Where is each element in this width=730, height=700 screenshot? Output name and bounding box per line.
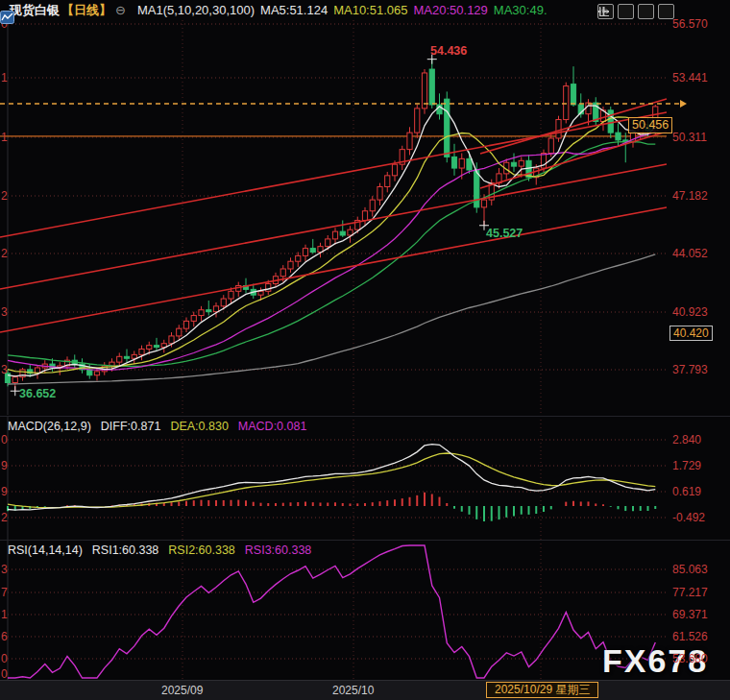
ma30-value: MA30:49. <box>494 3 548 17</box>
ma10-value: MA10:51.065 <box>333 3 407 17</box>
current-date-label: 2025/10/29 星期三 <box>486 682 598 698</box>
month-label: 2025/09 <box>161 684 203 697</box>
price-axis-label: 44.052 <box>672 247 708 260</box>
svg-text:54.436: 54.436 <box>430 44 467 58</box>
price-axis-label: 50.311 <box>672 131 707 144</box>
price-axis-label: 47.182 <box>672 189 708 203</box>
macd-panel-chart[interactable] <box>0 416 730 540</box>
axis-zoom-up-icon[interactable] <box>618 4 634 19</box>
price-axis-label: 37.793 <box>672 363 708 376</box>
step-forward-icon[interactable] <box>658 4 674 19</box>
rsi-axis-left-digit: 7 <box>1 586 8 599</box>
ma-settings-label[interactable]: MA1(5,10,20,30,100) <box>137 3 255 17</box>
macd-axis-left-digit: 0 <box>1 433 8 447</box>
rsi-axis-label: 53.680 <box>672 652 708 665</box>
macd-axis-label: 2.840 <box>672 433 701 447</box>
svg-text:45.527: 45.527 <box>486 227 523 240</box>
rsi1-value: RSI1:60.338 <box>92 543 159 557</box>
rsi-axis-left-digit: 0 <box>1 652 8 665</box>
macd-axis-label: 1.729 <box>672 459 701 472</box>
panel-divider <box>0 416 730 417</box>
macd-axis-label: -0.492 <box>672 511 705 524</box>
rsi-axis-label: 85.063 <box>672 563 708 576</box>
collapse-icon[interactable]: ⊖ <box>115 3 126 17</box>
trading-chart-window: 54.43645.52736.652 现货白银【日线】 ⊖ MA1(5,10,2… <box>0 0 730 700</box>
axis-playback-icon[interactable] <box>638 4 654 19</box>
macd-dea-value: DEA:0.830 <box>170 420 228 433</box>
rsi-axis-left-digit: 6 <box>1 630 8 643</box>
price-axis-left-digit: 2 <box>1 189 8 203</box>
rsi-axis-left-digit: 1 <box>1 608 8 621</box>
macd-axis-left-digit: 2 <box>1 511 8 524</box>
macd-params[interactable]: MACD(26,12,9) <box>8 420 91 433</box>
rsi2-value: RSI2:60.338 <box>168 543 235 557</box>
ma5-value: MA5:51.124 <box>260 3 328 17</box>
price-axis-left-digit: 3 <box>1 363 8 376</box>
symbol-name: 现货白银 <box>10 2 60 19</box>
rsi-axis-label: 77.217 <box>672 586 708 599</box>
rsi-header: RSI(14,14,14) RSI1:60.338 RSI2:60.338 RS… <box>8 543 311 557</box>
rsi3-value: RSI3:60.338 <box>245 543 312 557</box>
macd-axis-label: 0.619 <box>672 485 701 498</box>
rsi-axis-left-digit: 0 <box>1 667 8 681</box>
period-label[interactable]: 【日线】 <box>61 2 111 19</box>
macd-axis-left-digit: 9 <box>1 485 8 498</box>
month-label: 2025/10 <box>332 684 374 697</box>
price-axis-left-digit: 2 <box>1 247 8 260</box>
reference-price-tag: 40.420 <box>669 326 713 341</box>
chart-toolbar <box>597 4 674 19</box>
ma20-value: MA20:50.129 <box>414 3 488 17</box>
panel-divider <box>0 540 730 541</box>
last-price-tag: 50.456 <box>628 117 672 133</box>
macd-axis-left-digit: 9 <box>1 459 8 472</box>
macd-macd-value: MACD:0.081 <box>238 420 307 433</box>
price-axis-left-digit: 3 <box>1 305 8 319</box>
date-axis-bar[interactable]: 2025/09 2025/10 2025/10/29 星期三 <box>0 680 730 700</box>
rsi-params[interactable]: RSI(14,14,14) <box>8 543 83 557</box>
macd-diff-value: DIFF:0.871 <box>101 420 161 433</box>
price-axis-label: 40.923 <box>672 305 708 319</box>
rsi-axis-label: 69.371 <box>672 608 708 621</box>
rsi-axis-label: 61.526 <box>672 630 708 643</box>
price-axis-label: 53.441 <box>672 71 708 84</box>
main-price-chart[interactable]: 54.43645.52736.652 <box>0 0 730 416</box>
price-axis-left-digit: 1 <box>1 131 8 144</box>
macd-header: MACD(26,12,9) DIFF:0.871 DEA:0.830 MACD:… <box>8 420 306 433</box>
rsi-axis-left-digit: 3 <box>1 563 8 576</box>
svg-text:36.652: 36.652 <box>19 387 56 400</box>
price-axis-left-digit: 1 <box>1 71 8 84</box>
